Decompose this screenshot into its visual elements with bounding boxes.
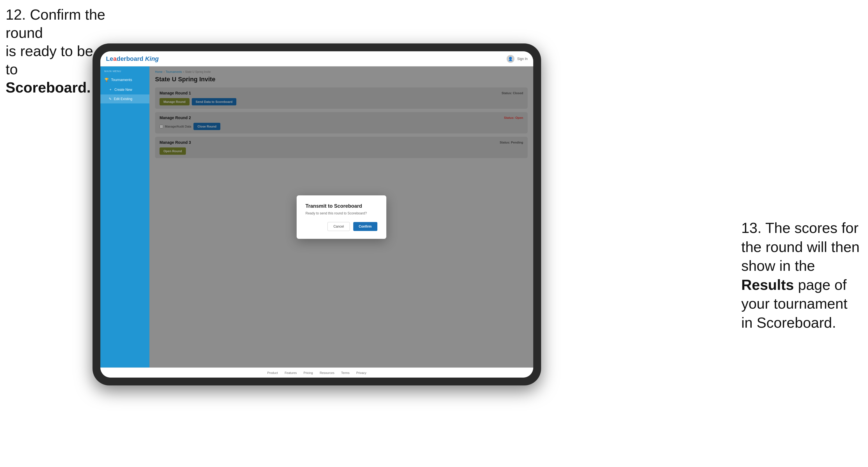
app-footer: Product Features Pricing Resources Terms…: [100, 368, 533, 378]
sidebar-tournaments-label: Tournaments: [111, 77, 132, 82]
sidebar-item-edit-existing[interactable]: ✎ Edit Existing: [100, 94, 149, 103]
footer-pricing[interactable]: Pricing: [304, 371, 313, 374]
sidebar-item-tournaments[interactable]: 🏆 Tournaments: [100, 75, 149, 85]
app-logo: Leaderboard King: [106, 55, 159, 63]
modal-actions: Cancel Confirm: [306, 222, 377, 231]
app-header: Leaderboard King 👤 Sign In: [100, 51, 533, 66]
footer-privacy[interactable]: Privacy: [356, 371, 366, 374]
modal-subtitle: Ready to send this round to Scoreboard?: [306, 211, 377, 215]
footer-resources[interactable]: Resources: [320, 371, 335, 374]
footer-terms[interactable]: Terms: [341, 371, 350, 374]
cancel-button[interactable]: Cancel: [328, 222, 350, 231]
confirm-button[interactable]: Confirm: [353, 222, 377, 231]
edit-icon: ✎: [109, 97, 112, 101]
annotation-right: 13. The scores forthe round will thensho…: [741, 219, 860, 333]
sidebar-item-create-new[interactable]: ＋ Create New: [100, 85, 149, 94]
create-new-label: Create New: [114, 88, 132, 92]
app-body: MAIN MENU 🏆 Tournaments ＋ Create New ✎ E…: [100, 66, 533, 368]
header-right: 👤 Sign In: [506, 55, 528, 63]
main-content: Home › Tournaments › State U Spring Invi…: [149, 66, 533, 368]
modal-overlay: Transmit to Scoreboard Ready to send thi…: [149, 66, 533, 368]
sign-in-link[interactable]: Sign In: [517, 57, 528, 61]
footer-features[interactable]: Features: [285, 371, 297, 374]
tablet-screen: Leaderboard King 👤 Sign In MAIN MENU 🏆 T…: [100, 51, 533, 378]
tablet-shell: Leaderboard King 👤 Sign In MAIN MENU 🏆 T…: [93, 43, 541, 385]
modal-title: Transmit to Scoreboard: [306, 203, 377, 209]
trophy-icon: 🏆: [104, 77, 109, 82]
plus-icon: ＋: [109, 87, 112, 92]
sidebar: MAIN MENU 🏆 Tournaments ＋ Create New ✎ E…: [100, 66, 149, 368]
footer-product[interactable]: Product: [267, 371, 278, 374]
avatar: 👤: [506, 55, 515, 63]
logo-area: Leaderboard King: [106, 55, 159, 63]
main-menu-label: MAIN MENU: [100, 70, 149, 75]
transmit-modal: Transmit to Scoreboard Ready to send thi…: [297, 195, 386, 239]
edit-existing-label: Edit Existing: [114, 97, 132, 101]
